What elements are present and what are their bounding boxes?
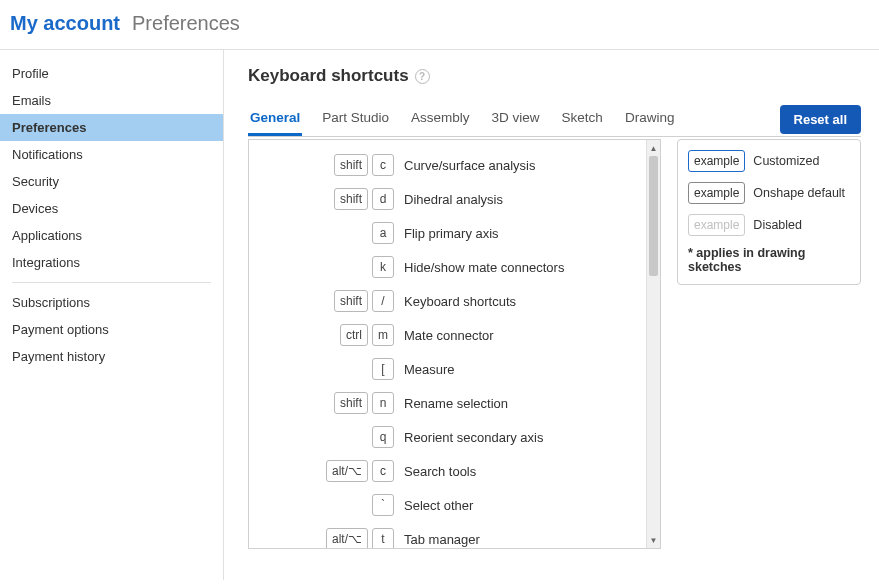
key-cap: c <box>372 154 394 176</box>
key-cap: ` <box>372 494 394 516</box>
shortcut-keys: shiftc <box>249 154 404 176</box>
shortcut-keys: q <box>249 426 404 448</box>
legend-key-default: example <box>688 182 745 204</box>
scroll-up-button[interactable]: ▲ <box>647 140 660 156</box>
legend-label-default: Onshape default <box>753 186 845 200</box>
tab-assembly[interactable]: Assembly <box>409 102 472 136</box>
shortcut-row[interactable]: alt/⌥cSearch tools <box>249 454 646 488</box>
key-cap: t <box>372 528 394 548</box>
key-cap: alt/⌥ <box>326 460 368 482</box>
sidebar-item-payment-options[interactable]: Payment options <box>0 316 223 343</box>
shortcut-keys: shiftn <box>249 392 404 414</box>
shortcut-label: Dihedral analysis <box>404 192 503 207</box>
scrollbar[interactable]: ▲ ▼ <box>646 140 660 548</box>
shortcut-label: Tab manager <box>404 532 480 547</box>
scroll-down-button[interactable]: ▼ <box>647 532 660 548</box>
scroll-track[interactable] <box>647 156 660 532</box>
shortcut-row[interactable]: shiftdDihedral analysis <box>249 182 646 216</box>
shortcut-row[interactable]: qReorient secondary axis <box>249 420 646 454</box>
tab-bar: GeneralPart StudioAssembly3D viewSketchD… <box>248 102 676 136</box>
shortcut-label: Rename selection <box>404 396 508 411</box>
sidebar-item-integrations[interactable]: Integrations <box>0 249 223 276</box>
tab-3d-view[interactable]: 3D view <box>490 102 542 136</box>
shortcut-list: shiftcCurve/surface analysisshiftdDihedr… <box>249 140 646 548</box>
tab-part-studio[interactable]: Part Studio <box>320 102 391 136</box>
sidebar-item-notifications[interactable]: Notifications <box>0 141 223 168</box>
tab-general[interactable]: General <box>248 102 302 136</box>
shortcut-keys: ` <box>249 494 404 516</box>
key-cap: shift <box>334 154 368 176</box>
key-cap: [ <box>372 358 394 380</box>
shortcut-label: Select other <box>404 498 473 513</box>
main-panel: Keyboard shortcuts ? GeneralPart StudioA… <box>224 50 879 580</box>
shortcut-keys: ctrlm <box>249 324 404 346</box>
page-section: Preferences <box>132 12 240 35</box>
shortcut-label: Curve/surface analysis <box>404 158 536 173</box>
shortcut-row[interactable]: shiftcCurve/surface analysis <box>249 148 646 182</box>
shortcut-label: Reorient secondary axis <box>404 430 543 445</box>
shortcut-row[interactable]: [Measure <box>249 352 646 386</box>
tab-drawing[interactable]: Drawing <box>623 102 677 136</box>
sidebar-item-security[interactable]: Security <box>0 168 223 195</box>
page-header: My account Preferences <box>0 0 879 50</box>
key-cap: shift <box>334 290 368 312</box>
legend-label-disabled: Disabled <box>753 218 802 232</box>
shortcut-keys: shift/ <box>249 290 404 312</box>
shortcut-row[interactable]: shift/Keyboard shortcuts <box>249 284 646 318</box>
key-cap: alt/⌥ <box>326 528 368 548</box>
legend-key-customized: example <box>688 150 745 172</box>
legend-key-disabled: example <box>688 214 745 236</box>
sidebar-item-preferences[interactable]: Preferences <box>0 114 223 141</box>
legend-default: example Onshape default <box>688 182 850 204</box>
sidebar-item-profile[interactable]: Profile <box>0 60 223 87</box>
shortcut-row[interactable]: shiftnRename selection <box>249 386 646 420</box>
key-cap: k <box>372 256 394 278</box>
section-title-text: Keyboard shortcuts <box>248 66 409 86</box>
sidebar-item-payment-history[interactable]: Payment history <box>0 343 223 370</box>
shortcut-keys: alt/⌥c <box>249 460 404 482</box>
shortcut-row[interactable]: alt/⌥tTab manager <box>249 522 646 548</box>
reset-all-button[interactable]: Reset all <box>780 105 861 134</box>
shortcut-label: Hide/show mate connectors <box>404 260 564 275</box>
sidebar-item-emails[interactable]: Emails <box>0 87 223 114</box>
tab-sketch[interactable]: Sketch <box>560 102 605 136</box>
shortcut-row[interactable]: kHide/show mate connectors <box>249 250 646 284</box>
shortcut-panel: shiftcCurve/surface analysisshiftdDihedr… <box>248 139 661 549</box>
key-cap: c <box>372 460 394 482</box>
shortcut-row[interactable]: ctrlmMate connector <box>249 318 646 352</box>
shortcut-label: Flip primary axis <box>404 226 499 241</box>
page-title: My account <box>10 12 120 35</box>
shortcut-keys: shiftd <box>249 188 404 210</box>
key-cap: shift <box>334 392 368 414</box>
help-icon[interactable]: ? <box>415 69 430 84</box>
shortcut-row[interactable]: aFlip primary axis <box>249 216 646 250</box>
shortcut-keys: k <box>249 256 404 278</box>
section-title: Keyboard shortcuts ? <box>248 66 861 86</box>
sidebar-item-devices[interactable]: Devices <box>0 195 223 222</box>
legend-panel: example Customized example Onshape defau… <box>677 139 861 285</box>
sidebar-divider <box>12 282 211 283</box>
sidebar-item-subscriptions[interactable]: Subscriptions <box>0 289 223 316</box>
shortcut-label: Search tools <box>404 464 476 479</box>
shortcut-row[interactable]: `Select other <box>249 488 646 522</box>
sidebar-item-applications[interactable]: Applications <box>0 222 223 249</box>
key-cap: a <box>372 222 394 244</box>
shortcut-label: Mate connector <box>404 328 494 343</box>
key-cap: q <box>372 426 394 448</box>
key-cap: / <box>372 290 394 312</box>
shortcut-label: Measure <box>404 362 455 377</box>
legend-customized: example Customized <box>688 150 850 172</box>
key-cap: d <box>372 188 394 210</box>
key-cap: ctrl <box>340 324 368 346</box>
sidebar: ProfileEmailsPreferencesNotificationsSec… <box>0 50 224 580</box>
key-cap: shift <box>334 188 368 210</box>
shortcut-keys: a <box>249 222 404 244</box>
shortcut-toolbar: GeneralPart StudioAssembly3D viewSketchD… <box>248 102 861 137</box>
shortcut-keys: alt/⌥t <box>249 528 404 548</box>
scroll-thumb[interactable] <box>649 156 658 276</box>
shortcut-keys: [ <box>249 358 404 380</box>
key-cap: n <box>372 392 394 414</box>
legend-disabled: example Disabled <box>688 214 850 236</box>
legend-note: * applies in drawing sketches <box>688 246 850 274</box>
key-cap: m <box>372 324 394 346</box>
